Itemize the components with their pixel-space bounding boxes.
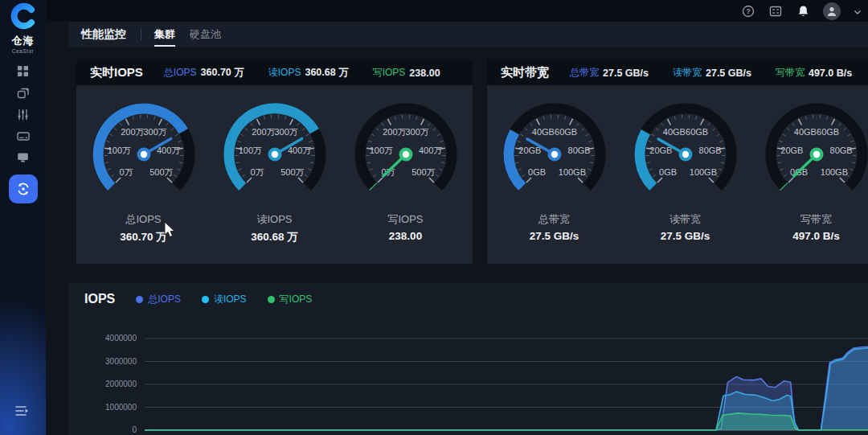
svg-text:40GB: 40GB <box>662 127 685 137</box>
svg-text:0万: 0万 <box>119 167 133 177</box>
svg-text:100GB: 100GB <box>820 167 847 177</box>
y-axis-label: 3000000 <box>68 357 137 366</box>
y-axis-label: 4000000 <box>68 334 137 343</box>
disk-icon <box>17 131 30 142</box>
gauge-value: 497.0 B/s <box>751 230 868 242</box>
sidebar-item-performance-active[interactable] <box>9 174 38 203</box>
chevron-down-icon[interactable] <box>854 4 862 18</box>
gauge-dial: 0万100万200万300万400万500万 <box>211 92 339 212</box>
iops-chart-title: IOPS <box>84 292 115 306</box>
sidebar-item-dashboard[interactable] <box>15 64 31 77</box>
logo-text: 仓海 <box>0 34 46 48</box>
gauge-dial: 0GB20GB40GB60GB80GB100GB <box>621 92 750 212</box>
collapse-sidebar-button[interactable] <box>14 404 31 421</box>
stat-total-bandwidth: 总带宽27.5 GB/s <box>570 66 649 80</box>
realtime-bandwidth-title: 实时带宽 <box>501 65 549 80</box>
y-axis-label: 0 <box>68 425 137 434</box>
svg-text:300万: 300万 <box>143 127 166 137</box>
navbar: 性能监控 集群 硬盘池 <box>68 22 868 47</box>
svg-text:20GB: 20GB <box>780 146 803 155</box>
monitor-icon <box>17 152 29 163</box>
stat-write-iops: 写IOPS238.00 <box>373 66 440 80</box>
gauge-label: 总带宽 <box>489 212 620 227</box>
realtime-bandwidth-header: 实时带宽 总带宽27.5 GB/s 读带宽27.5 GB/s 写带宽497.0 … <box>487 60 868 85</box>
realtime-iops-panel: 实时IOPS 总IOPS360.70 万 读IOPS360.68 万 写IOPS… <box>76 60 473 264</box>
dashboard-grid-icon <box>17 65 29 77</box>
legend-write-iops[interactable]: 写IOPS <box>268 293 313 306</box>
svg-text:80GB: 80GB <box>829 146 852 155</box>
sliders-icon <box>17 109 29 121</box>
iops-area-chart <box>145 327 868 435</box>
svg-text:300万: 300万 <box>274 127 297 137</box>
svg-text:0GB: 0GB <box>659 167 677 177</box>
apps-icon[interactable] <box>768 4 783 18</box>
topbar: ? <box>46 0 868 22</box>
legend-dot-blue <box>136 296 143 303</box>
stat-read-bandwidth: 读带宽27.5 GB/s <box>673 66 751 80</box>
y-axis-label: 2000000 <box>68 380 137 388</box>
legend-dot-cyan <box>202 296 209 303</box>
svg-text:200万: 200万 <box>252 127 275 137</box>
svg-text:500万: 500万 <box>280 167 304 177</box>
sidebar-item-transfer[interactable] <box>15 86 31 99</box>
gauge-dial: 0GB20GB40GB60GB80GB100GB <box>752 92 868 212</box>
gauge-value: 360.68 万 <box>209 230 340 244</box>
svg-text:500万: 500万 <box>149 167 173 177</box>
svg-text:0万: 0万 <box>250 167 264 177</box>
tab-cluster[interactable]: 集群 <box>154 22 175 47</box>
gauge: 0GB20GB40GB60GB80GB100GB写带宽497.0 B/s <box>751 92 868 242</box>
sidebar-item-disks[interactable] <box>15 129 31 142</box>
svg-text:300万: 300万 <box>405 127 428 137</box>
notifications-icon[interactable] <box>796 4 810 18</box>
svg-text:100万: 100万 <box>369 146 392 155</box>
sidebar-item-hosts[interactable] <box>15 151 31 164</box>
svg-text:200万: 200万 <box>383 127 406 137</box>
iops-chart-header: IOPS 总IOPS 读IOPS 写IOPS <box>68 283 868 306</box>
svg-text:400万: 400万 <box>287 146 310 155</box>
svg-text:100GB: 100GB <box>689 167 716 177</box>
gauge: 0万100万200万300万400万500万写IOPS238.00 <box>340 92 471 244</box>
svg-text:500万: 500万 <box>411 167 435 177</box>
page-title: 性能监控 <box>81 27 126 42</box>
nav-divider <box>141 29 141 40</box>
gauge-value: 238.00 <box>340 230 471 242</box>
gauge-label: 写IOPS <box>340 212 471 227</box>
help-icon[interactable]: ? <box>741 4 755 18</box>
svg-text:80GB: 80GB <box>567 146 590 155</box>
iops-gauges: 0万100万200万300万400万500万总IOPS360.70 万0万100… <box>76 85 473 244</box>
svg-text:40GB: 40GB <box>531 127 554 137</box>
performance-sync-icon <box>16 182 31 196</box>
svg-text:20GB: 20GB <box>518 146 541 155</box>
stat-total-iops: 总IOPS360.70 万 <box>164 66 244 80</box>
svg-text:60GB: 60GB <box>555 127 577 137</box>
gauge: 0GB20GB40GB60GB80GB100GB读带宽27.5 GB/s <box>620 92 751 242</box>
gauge-label: 总IOPS <box>78 212 209 227</box>
svg-text:200万: 200万 <box>121 127 144 137</box>
logo[interactable]: 仓海 CeaStor <box>0 2 46 54</box>
svg-text:60GB: 60GB <box>817 127 839 137</box>
gauge-label: 读IOPS <box>209 212 340 227</box>
svg-text:100万: 100万 <box>238 146 261 155</box>
realtime-bandwidth-panel: 实时带宽 总带宽27.5 GB/s 读带宽27.5 GB/s 写带宽497.0 … <box>487 60 868 264</box>
collapse-menu-icon <box>14 404 31 417</box>
svg-text:40GB: 40GB <box>793 127 816 137</box>
tab-diskpool[interactable]: 硬盘池 <box>190 22 221 47</box>
svg-text:?: ? <box>746 7 750 15</box>
svg-text:60GB: 60GB <box>686 127 708 137</box>
svg-text:100GB: 100GB <box>558 167 585 177</box>
gauge-value: 27.5 GB/s <box>489 230 620 242</box>
legend-total-iops[interactable]: 总IOPS <box>136 293 181 306</box>
stat-read-iops: 读IOPS360.68 万 <box>268 66 349 80</box>
legend-dot-green <box>268 296 275 303</box>
realtime-iops-header: 实时IOPS 总IOPS360.70 万 读IOPS360.68 万 写IOPS… <box>76 60 473 85</box>
gauge-value: 360.70 万 <box>78 230 209 244</box>
svg-text:20GB: 20GB <box>649 146 672 155</box>
gauge-dial: 0GB20GB40GB60GB80GB100GB <box>490 92 619 212</box>
gauge-dial: 0万100万200万300万400万500万 <box>342 92 470 212</box>
realtime-iops-title: 实时IOPS <box>90 65 143 80</box>
legend-read-iops[interactable]: 读IOPS <box>202 293 247 306</box>
user-avatar[interactable] <box>823 2 841 20</box>
logo-subtext: CeaStor <box>0 48 46 54</box>
sidebar-item-config[interactable] <box>15 108 31 121</box>
gauge-label: 写带宽 <box>751 212 868 227</box>
